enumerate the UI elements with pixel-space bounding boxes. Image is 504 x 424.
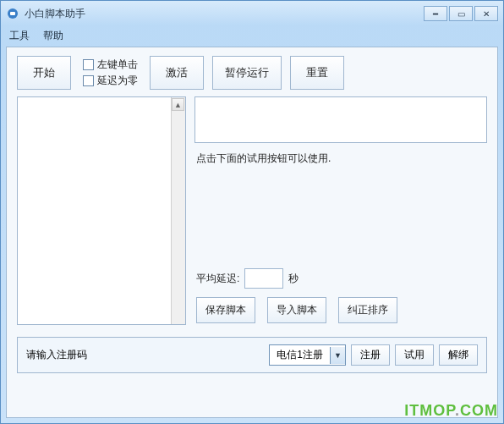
left-click-label: 左键单击 [97, 58, 138, 72]
close-button[interactable]: ✕ [474, 6, 498, 21]
menu-help[interactable]: 帮助 [43, 29, 63, 43]
minimize-button[interactable]: ━ [424, 6, 447, 21]
unbind-button[interactable]: 解绑 [439, 344, 478, 366]
save-script-button[interactable]: 保存脚本 [196, 297, 255, 323]
app-window: 小白脚本助手 ━ ▭ ✕ 工具 帮助 开始 左键单击 延迟为零 激活 [0, 0, 504, 424]
window-title: 小白脚本助手 [25, 7, 422, 21]
seconds-label: 秒 [288, 272, 299, 286]
chevron-down-icon: ▼ [330, 347, 345, 364]
register-input[interactable] [92, 348, 264, 363]
server-dropdown[interactable]: 电信1注册 ▼ [269, 344, 346, 366]
hint-text: 点击下面的试用按钮可以使用. [194, 143, 487, 166]
register-button[interactable]: 注册 [351, 344, 390, 366]
dropdown-selected: 电信1注册 [270, 345, 330, 365]
delay-zero-checkbox[interactable]: 延迟为零 [83, 74, 138, 88]
maximize-button[interactable]: ▭ [449, 6, 473, 21]
client-area: 开始 左键单击 延迟为零 激活 暂停运行 重置 ▲ [6, 47, 498, 418]
reset-button[interactable]: 重置 [290, 56, 344, 90]
left-click-checkbox[interactable]: 左键单击 [83, 58, 138, 72]
menu-tools[interactable]: 工具 [9, 29, 30, 43]
menubar: 工具 帮助 [1, 26, 503, 45]
start-button[interactable]: 开始 [17, 56, 71, 90]
app-icon [6, 7, 19, 20]
window-controls: ━ ▭ ✕ [422, 6, 498, 21]
pause-button[interactable]: 暂停运行 [212, 56, 282, 90]
titlebar: 小白脚本助手 ━ ▭ ✕ [1, 1, 503, 26]
svg-rect-1 [10, 12, 15, 15]
scroll-up-icon[interactable]: ▲ [172, 98, 184, 111]
toolbar: 开始 左键单击 延迟为零 激活 暂停运行 重置 [7, 47, 497, 96]
checkbox-group: 左键单击 延迟为零 [79, 56, 141, 90]
import-script-button[interactable]: 导入脚本 [267, 297, 326, 323]
activate-button[interactable]: 激活 [150, 56, 204, 90]
script-buttons-row: 保存脚本 导入脚本 纠正排序 [194, 292, 487, 325]
fix-order-button[interactable]: 纠正排序 [338, 297, 397, 323]
trial-button[interactable]: 试用 [395, 344, 434, 366]
spacer [194, 166, 487, 265]
avg-delay-input[interactable] [244, 268, 283, 289]
avg-delay-row: 平均延迟: 秒 [194, 265, 487, 292]
scrollbar[interactable]: ▲ [171, 97, 185, 324]
script-listbox[interactable]: ▲ [17, 96, 186, 325]
delay-zero-label: 延迟为零 [97, 74, 138, 88]
register-bar: 请输入注册码 电信1注册 ▼ 注册 试用 解绑 [17, 337, 487, 373]
main-row: ▲ 点击下面的试用按钮可以使用. 平均延迟: 秒 保存脚本 导入脚本 纠正排序 [7, 96, 497, 332]
output-textbox[interactable] [194, 96, 487, 143]
right-column: 点击下面的试用按钮可以使用. 平均延迟: 秒 保存脚本 导入脚本 纠正排序 [194, 96, 487, 325]
checkbox-icon [83, 75, 94, 86]
checkbox-icon [83, 59, 94, 70]
avg-delay-label: 平均延迟: [196, 272, 239, 286]
register-placeholder: 请输入注册码 [26, 348, 87, 362]
